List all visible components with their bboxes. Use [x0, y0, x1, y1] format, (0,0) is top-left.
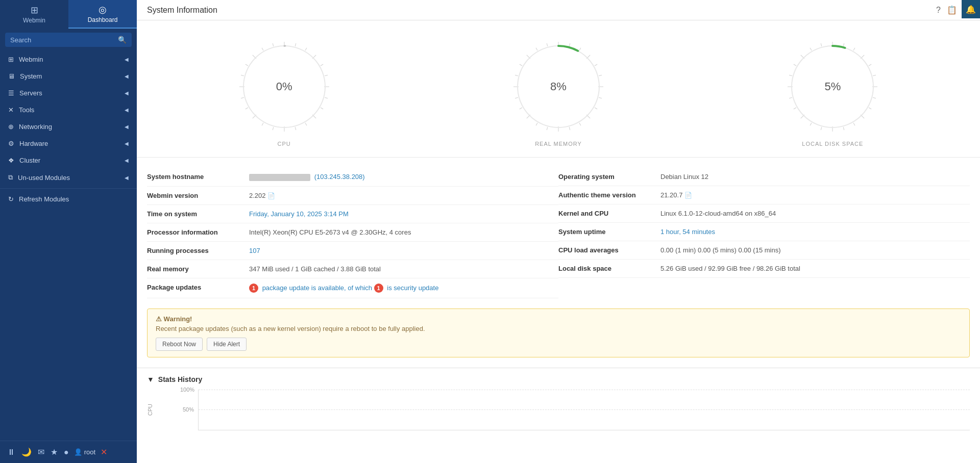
svg-line-28 — [579, 48, 581, 50]
processes-value: 107 — [249, 247, 558, 254]
search-input[interactable] — [10, 36, 118, 44]
svg-line-23 — [273, 43, 274, 46]
packages-value: 1 package update is available, of which … — [249, 284, 558, 293]
extensions-icon[interactable]: ● — [63, 447, 70, 458]
theme-value: 21.20.7 📄 — [660, 191, 970, 199]
chevron-right-icon: ◀ — [125, 90, 129, 96]
refresh-modules-button[interactable]: ↻ Refresh Modules — [0, 191, 137, 208]
copy-webmin-icon[interactable]: 📄 — [267, 192, 275, 199]
memory-label: Real memory — [147, 265, 249, 273]
os-value: Debian Linux 12 — [660, 173, 970, 181]
hide-alert-button[interactable]: Hide Alert — [207, 338, 247, 351]
disk-gauge-value: 5% — [824, 80, 841, 93]
sidebar-header: ⊞ Webmin ◎ Dashboard — [0, 0, 137, 29]
system-nav-icon: 🖥 — [8, 72, 15, 80]
svg-line-56 — [869, 64, 871, 66]
processes-label: Running processes — [147, 247, 249, 254]
uptime-value: 1 hour, 54 minutes — [660, 228, 970, 236]
dashboard-icon: ◎ — [99, 4, 107, 15]
svg-line-7 — [325, 97, 328, 98]
uptime-link[interactable]: 1 hour, 54 minutes — [660, 228, 715, 236]
hostname-value: (103.245.38.208) — [249, 173, 558, 181]
networking-nav-icon: ⊕ — [8, 123, 14, 131]
time-link[interactable]: Friday, January 10, 2025 3:14 PM — [249, 210, 349, 218]
sidebar-item-label: Servers — [19, 89, 42, 97]
svg-line-13 — [273, 127, 274, 130]
cpu-gauge-value: 0% — [276, 80, 292, 93]
star-icon[interactable]: ★ — [50, 446, 59, 458]
svg-line-53 — [844, 43, 845, 46]
sidebar-item-system[interactable]: 🖥 System ◀ — [0, 68, 137, 85]
help-icon[interactable]: ? — [936, 6, 941, 15]
svg-line-42 — [520, 108, 522, 109]
sidebar-item-cluster[interactable]: ❖ Cluster ◀ — [0, 152, 137, 169]
sidebar-item-servers[interactable]: ☰ Servers ◀ — [0, 85, 137, 101]
sidebar-bottom: ⏸ 🌙 ✉ ★ ● 👤 root ✕ — [0, 441, 137, 463]
notification-button[interactable]: 🔔 — [962, 0, 980, 18]
sidebar-item-tools[interactable]: ✕ Tools ◀ — [0, 101, 137, 118]
chart-gridline-50 — [199, 409, 970, 410]
clipboard-icon[interactable]: 📋 — [947, 5, 957, 15]
sidebar-item-webmin[interactable]: ⊞ Webmin ◀ — [0, 51, 137, 68]
svg-line-22 — [262, 48, 263, 50]
sidebar-item-networking[interactable]: ⊕ Networking ◀ — [0, 118, 137, 135]
webmin-version-label: Webmin version — [147, 192, 249, 199]
servers-nav-icon: ☰ — [8, 89, 14, 97]
memory-gauge-wrapper: 8% — [507, 36, 609, 138]
sidebar-bottom-icon-1[interactable]: ⏸ — [6, 447, 16, 458]
processor-label: Processor information — [147, 228, 249, 236]
night-mode-icon[interactable]: 🌙 — [20, 446, 33, 458]
cpu-chart-label: CPU — [147, 404, 153, 416]
svg-line-20 — [245, 64, 248, 66]
svg-line-69 — [789, 97, 792, 98]
unused-modules-nav-icon: ⧉ — [8, 173, 13, 182]
memory-value: 347 MiB used / 1 GiB cached / 3.88 GiB t… — [249, 265, 558, 273]
info-row-packages: Package updates 1 package update is avai… — [147, 278, 558, 298]
chevron-right-icon: ◀ — [125, 141, 129, 146]
svg-line-62 — [853, 123, 855, 125]
webmin-tab[interactable]: ⊞ Webmin — [0, 0, 68, 29]
cpu-gauge-label: CPU — [278, 141, 291, 147]
os-label: Operating system — [558, 173, 660, 181]
time-value: Friday, January 10, 2025 3:14 PM — [249, 210, 558, 218]
svg-line-57 — [873, 75, 876, 76]
svg-line-54 — [853, 48, 855, 50]
security-update-link[interactable]: is security update — [387, 284, 438, 292]
processor-value: Intel(R) Xeon(R) CPU E5-2673 v4 @ 2.30GH… — [249, 228, 558, 236]
webmin-nav-icon: ⊞ — [8, 56, 14, 63]
svg-line-59 — [873, 97, 876, 98]
reboot-now-button[interactable]: Reboot Now — [156, 338, 203, 351]
svg-line-60 — [869, 108, 871, 109]
sidebar-item-hardware[interactable]: ⚙ Hardware ◀ — [0, 135, 137, 152]
svg-line-31 — [599, 75, 602, 76]
chevron-right-icon: ◀ — [125, 158, 129, 163]
dashboard-label: Dashboard — [88, 16, 118, 23]
svg-line-16 — [245, 108, 248, 109]
package-count-badge: 1 — [249, 284, 258, 293]
time-label: Time on system — [147, 210, 249, 218]
package-updates-link[interactable]: package update is available, of which — [262, 284, 372, 292]
info-row-processes: Running processes 107 — [147, 242, 558, 260]
disk-gauge-wrapper: 5% — [781, 36, 884, 138]
sidebar-item-unused-modules[interactable]: ⧉ Un-used Modules ◀ — [0, 169, 137, 186]
hostname-ip[interactable]: (103.245.38.208) — [314, 173, 365, 181]
chart-50-label: 50% — [183, 406, 194, 413]
info-row-theme: Authentic theme version 21.20.7 📄 — [558, 186, 970, 204]
cluster-nav-icon: ❖ — [8, 157, 14, 164]
processes-link[interactable]: 107 — [249, 247, 260, 254]
chart-100-label: 100% — [180, 387, 194, 393]
chart-gridline-100 — [199, 390, 970, 390]
stats-title: ▼ Stats History — [147, 375, 970, 383]
nav-divider — [0, 188, 137, 189]
logout-icon[interactable]: ✕ — [100, 446, 108, 458]
disk-label: Local disk space — [558, 265, 660, 272]
webmin-label: Webmin — [23, 17, 45, 24]
svg-line-2 — [305, 48, 307, 50]
svg-line-11 — [295, 127, 296, 130]
search-box[interactable]: 🔍 — [5, 33, 132, 47]
copy-theme-icon[interactable]: 📄 — [684, 192, 692, 199]
dashboard-tab[interactable]: ◎ Dashboard — [68, 0, 137, 29]
chevron-right-icon: ◀ — [125, 73, 129, 79]
svg-line-63 — [844, 127, 845, 130]
mail-icon[interactable]: ✉ — [37, 446, 45, 458]
